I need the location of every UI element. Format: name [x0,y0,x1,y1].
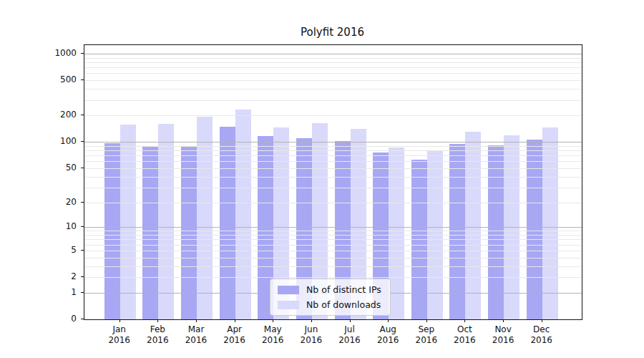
xtick-label-may: May2016 [251,324,294,346]
bar-downloads-sep [427,151,443,319]
xtick-mark-feb [157,319,158,322]
xtick-mark-may [273,319,273,322]
ytick-mark-1 [81,292,84,293]
chart-title: Polyfit 2016 [84,26,581,39]
ytick-label-200: 200 [39,110,77,119]
ytick-label-2: 2 [39,272,77,281]
bar-downloads-jan [120,125,136,319]
ytick-label-10: 10 [39,222,77,231]
xtick-mark-mar [196,319,197,322]
legend-swatch-distinct-ips [278,286,299,294]
ytick-mark-100 [81,141,84,142]
xtick-label-dec: Dec2016 [520,324,563,346]
legend: Nb of distinct IPs Nb of downloads [270,279,391,316]
bar-ips-jan [104,143,120,319]
legend-item-downloads: Nb of downloads [278,299,381,310]
ytick-mark-5 [81,250,84,251]
xtick-mark-jun [311,319,312,322]
bar-downloads-dec [542,127,558,319]
bar-ips-dec [527,140,542,319]
xtick-label-oct: Oct2016 [443,324,486,346]
ytick-label-20: 20 [39,198,77,206]
legend-label-downloads: Nb of downloads [306,299,381,310]
xtick-mark-dec [542,319,542,322]
bar-downloads-mar [197,117,213,319]
bar-downloads-nov [504,135,519,319]
bar-ips-sep [411,160,427,319]
legend-swatch-downloads [278,301,299,309]
bar-ips-feb [142,147,158,319]
ytick-mark-2 [81,276,84,277]
ytick-label-100: 100 [39,137,77,145]
xtick-label-apr: Apr2016 [213,324,256,346]
xtick-mark-jan [119,319,120,322]
xtick-mark-nov [503,319,504,322]
ytick-mark-1000 [81,53,84,54]
ytick-mark-20 [81,202,84,203]
xtick-mark-jul [350,319,351,322]
bar-ips-nov [488,145,504,319]
xtick-label-sep: Sep2016 [405,324,448,346]
bar-downloads-apr [235,110,251,319]
ytick-mark-50 [81,168,84,168]
ytick-mark-500 [81,79,84,80]
bar-downloads-aug [389,147,404,319]
bar-ips-oct [449,144,465,319]
xtick-label-aug: Aug2016 [366,324,409,346]
xtick-mark-sep [426,319,427,322]
ytick-label-0: 0 [39,314,77,323]
chart-figure: Polyfit 2016 Nb of distinct IPs Nb of do… [0,0,644,358]
legend-item-distinct-ips: Nb of distinct IPs [278,284,381,295]
bar-ips-mar [181,147,197,319]
bar-downloads-feb [158,124,174,319]
ytick-label-5: 5 [39,246,77,254]
xtick-label-nov: Nov2016 [482,324,525,346]
xtick-mark-aug [388,319,389,322]
ytick-label-500: 500 [39,75,77,84]
plot-area: Nb of distinct IPs Nb of downloads [84,44,582,320]
ytick-mark-200 [81,115,84,115]
ytick-label-1: 1 [39,288,77,296]
ytick-mark-10 [81,226,84,227]
xtick-mark-apr [235,319,235,322]
xtick-label-jan: Jan2016 [98,324,141,346]
ytick-mark-0 [81,319,84,319]
bar-ips-apr [220,127,235,319]
ytick-label-50: 50 [39,163,77,172]
xtick-label-mar: Mar2016 [175,324,218,346]
xtick-mark-oct [464,319,465,322]
legend-label-distinct-ips: Nb of distinct IPs [306,284,381,295]
xtick-label-feb: Feb2016 [136,324,179,346]
xtick-label-jun: Jun2016 [290,324,333,346]
ytick-label-1000: 1000 [39,49,77,57]
bar-downloads-oct [465,132,481,319]
xtick-label-jul: Jul2016 [328,324,371,346]
